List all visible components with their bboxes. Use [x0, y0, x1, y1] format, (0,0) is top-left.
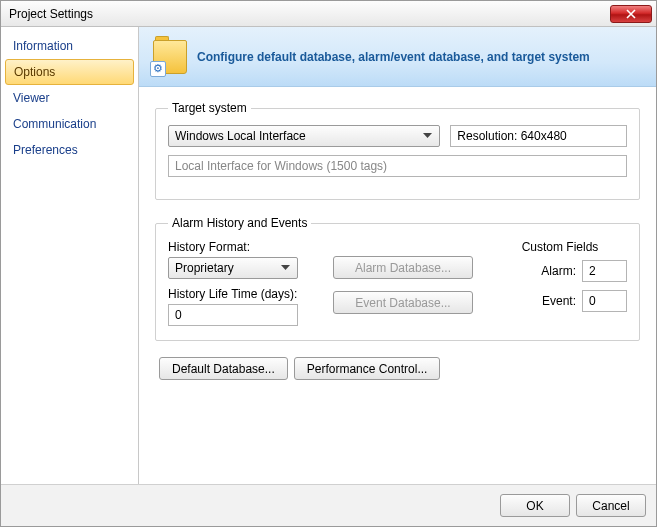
cancel-button[interactable]: Cancel [576, 494, 646, 517]
alarm-history-legend: Alarm History and Events [168, 216, 311, 230]
history-format-value: Proprietary [175, 261, 234, 275]
alarm-database-button: Alarm Database... [333, 256, 473, 279]
sidebar-item-label: Communication [13, 117, 96, 131]
window-title: Project Settings [9, 7, 93, 21]
sidebar-item-options[interactable]: Options [5, 59, 134, 85]
target-system-value: Windows Local Interface [175, 129, 306, 143]
history-life-label: History Life Time (days): [168, 287, 313, 301]
alarm-count-label: Alarm: [530, 264, 576, 278]
folder-gear-icon: ⚙ [153, 40, 187, 74]
target-system-group: Target system Windows Local Interface [155, 101, 640, 200]
alarm-count-input[interactable] [582, 260, 627, 282]
default-database-button[interactable]: Default Database... [159, 357, 288, 380]
sidebar-item-communication[interactable]: Communication [1, 111, 138, 137]
sidebar-item-label: Viewer [13, 91, 49, 105]
title-bar: Project Settings [1, 1, 656, 27]
sidebar-item-label: Preferences [13, 143, 78, 157]
sidebar-item-information[interactable]: Information [1, 33, 138, 59]
event-count-label: Event: [530, 294, 576, 308]
event-database-button: Event Database... [333, 291, 473, 314]
close-button[interactable] [610, 5, 652, 23]
event-count-input[interactable] [582, 290, 627, 312]
main-panel: ⚙ Configure default database, alarm/even… [139, 27, 656, 484]
close-icon [626, 9, 636, 19]
sidebar: Information Options Viewer Communication… [1, 27, 139, 484]
sidebar-item-preferences[interactable]: Preferences [1, 137, 138, 163]
dialog-footer: OK Cancel [1, 484, 656, 526]
resolution-field[interactable] [450, 125, 627, 147]
ok-button[interactable]: OK [500, 494, 570, 517]
sidebar-item-label: Options [14, 65, 55, 79]
target-system-legend: Target system [168, 101, 251, 115]
alarm-history-group: Alarm History and Events History Format:… [155, 216, 640, 341]
sidebar-item-viewer[interactable]: Viewer [1, 85, 138, 111]
main-header: ⚙ Configure default database, alarm/even… [139, 27, 656, 87]
chevron-down-icon [419, 128, 435, 144]
target-description [168, 155, 627, 177]
history-format-select[interactable]: Proprietary [168, 257, 298, 279]
chevron-down-icon [277, 260, 293, 276]
history-format-label: History Format: [168, 240, 313, 254]
sidebar-item-label: Information [13, 39, 73, 53]
target-system-select[interactable]: Windows Local Interface [168, 125, 440, 147]
custom-fields-title: Custom Fields [493, 240, 627, 254]
performance-control-button[interactable]: Performance Control... [294, 357, 441, 380]
header-text: Configure default database, alarm/event … [197, 50, 590, 64]
history-life-input[interactable] [168, 304, 298, 326]
